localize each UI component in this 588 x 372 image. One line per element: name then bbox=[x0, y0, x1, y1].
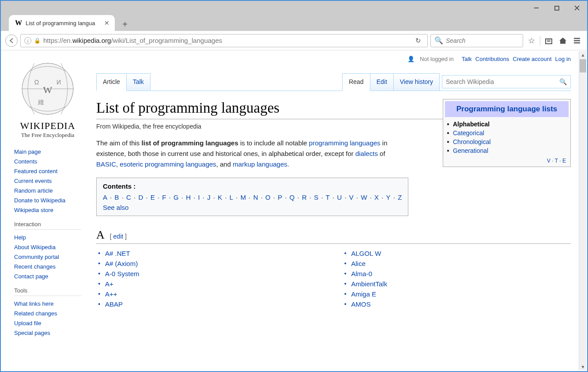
nav-link[interactable]: Categorical bbox=[453, 129, 484, 137]
toc-letter[interactable]: Q bbox=[290, 194, 295, 201]
top-link[interactable]: Contributions bbox=[475, 56, 509, 62]
toc-letter[interactable]: O bbox=[265, 194, 271, 201]
toc-letter[interactable]: H bbox=[186, 194, 191, 201]
nav-link[interactable]: A++ bbox=[105, 290, 117, 298]
toc-letter[interactable]: B bbox=[115, 194, 119, 201]
nav-link[interactable]: AmbientTalk bbox=[351, 280, 388, 288]
browser-search-box[interactable]: 🔍 bbox=[430, 34, 523, 47]
nav-link[interactable]: Generational bbox=[453, 147, 488, 154]
toc-letter[interactable]: L bbox=[230, 194, 233, 201]
nav-link[interactable]: Amiga E bbox=[351, 290, 377, 298]
nav-link[interactable]: Help bbox=[14, 234, 26, 241]
nav-link[interactable]: Main page bbox=[14, 148, 41, 155]
minimize-button[interactable] bbox=[526, 1, 547, 15]
toc-letter[interactable]: J bbox=[207, 194, 211, 201]
nav-link[interactable]: AMOS bbox=[351, 300, 371, 308]
toc-letter[interactable]: U bbox=[337, 194, 342, 201]
tab-talk[interactable]: Talk bbox=[126, 73, 151, 91]
toc-letter[interactable]: Y bbox=[386, 194, 391, 201]
info-box-title[interactable]: Programming language lists bbox=[445, 101, 569, 117]
top-link[interactable]: Log in bbox=[555, 56, 571, 62]
nav-link[interactable]: Community portal bbox=[14, 254, 59, 260]
toc-letter[interactable]: W bbox=[361, 194, 367, 201]
nav-link[interactable]: A+ bbox=[105, 280, 113, 288]
toc-letter[interactable]: M bbox=[241, 194, 246, 201]
reload-button[interactable]: ↻ bbox=[413, 37, 424, 45]
home-icon[interactable] bbox=[557, 35, 569, 46]
maximize-button[interactable] bbox=[547, 1, 567, 15]
vte-v[interactable]: V bbox=[547, 158, 550, 164]
browser-tab[interactable]: W List of programming langua ✕ bbox=[9, 15, 115, 31]
search-icon[interactable]: 🔍 bbox=[558, 78, 569, 85]
nav-link[interactable]: Contact page bbox=[14, 273, 48, 280]
browser-search-input[interactable] bbox=[446, 37, 519, 44]
nav-link[interactable]: Alice bbox=[351, 260, 366, 267]
link-programming-languages[interactable]: programming languages bbox=[309, 139, 381, 147]
url-bar[interactable]: i 🔒 https://en.wikipedia.org/wiki/List_o… bbox=[20, 34, 428, 47]
menu-icon[interactable] bbox=[571, 35, 583, 46]
top-link[interactable]: Create account bbox=[513, 56, 551, 62]
toc-letter[interactable]: N bbox=[253, 194, 258, 201]
nav-link[interactable]: Current events bbox=[14, 178, 52, 184]
nav-link[interactable]: Contents bbox=[14, 158, 37, 165]
nav-link[interactable]: Recent changes bbox=[14, 263, 56, 270]
nav-link[interactable]: About Wikipedia bbox=[14, 244, 56, 251]
nav-link[interactable]: Featured content bbox=[14, 168, 57, 175]
scrollbar[interactable]: ▲ ▼ bbox=[579, 51, 586, 370]
scroll-down-arrow[interactable]: ▼ bbox=[580, 363, 586, 370]
vte-t[interactable]: T bbox=[555, 158, 558, 164]
wiki-search-box[interactable]: 🔍 bbox=[442, 75, 571, 88]
vte-e[interactable]: E bbox=[562, 158, 566, 164]
toc-letter[interactable]: R bbox=[302, 194, 307, 201]
toc-letter[interactable]: V bbox=[349, 194, 354, 201]
tab-history[interactable]: View history bbox=[393, 73, 440, 91]
link-basic[interactable]: BASIC bbox=[96, 160, 116, 168]
close-window-button[interactable] bbox=[567, 1, 587, 15]
info-icon[interactable]: i bbox=[24, 37, 31, 44]
nav-link[interactable]: A# (Axiom) bbox=[105, 260, 138, 267]
toc-letter[interactable]: C bbox=[126, 194, 131, 201]
scroll-thumb[interactable] bbox=[580, 59, 586, 72]
tab-edit[interactable]: Edit bbox=[370, 73, 394, 91]
toc-letter[interactable]: E bbox=[151, 194, 155, 201]
close-tab-button[interactable]: ✕ bbox=[103, 19, 110, 27]
toc-letter[interactable]: P bbox=[278, 194, 282, 201]
top-link[interactable]: Talk bbox=[462, 56, 472, 62]
toc-letter[interactable]: X bbox=[374, 194, 379, 201]
tab-article[interactable]: Article bbox=[96, 73, 127, 91]
toc-letter[interactable]: T bbox=[326, 194, 330, 201]
nav-link[interactable]: Special pages bbox=[14, 330, 50, 336]
nav-link[interactable]: Upload file bbox=[14, 320, 41, 326]
link-dialects[interactable]: dialects bbox=[355, 150, 378, 157]
nav-link[interactable]: What links here bbox=[14, 300, 54, 307]
nav-link[interactable]: Donate to Wikipedia bbox=[14, 197, 65, 204]
nav-link[interactable]: Alphabetical bbox=[453, 121, 490, 128]
nav-link[interactable]: ABAP bbox=[105, 300, 123, 308]
toc-letter[interactable]: G bbox=[173, 194, 179, 201]
toc-letter[interactable]: Z bbox=[398, 194, 402, 201]
link-esoteric[interactable]: esoteric programming languages bbox=[120, 160, 216, 168]
toc-letter[interactable]: S bbox=[314, 194, 318, 201]
nav-link[interactable]: ALGOL W bbox=[351, 250, 381, 257]
back-button[interactable] bbox=[5, 34, 18, 47]
library-icon[interactable] bbox=[543, 35, 554, 46]
tab-read[interactable]: Read bbox=[342, 73, 370, 91]
nav-link[interactable]: A# .NET bbox=[105, 250, 130, 257]
nav-link[interactable]: Related changes bbox=[14, 310, 57, 317]
wiki-search-input[interactable] bbox=[446, 78, 558, 85]
nav-link[interactable]: Alma-0 bbox=[351, 270, 373, 277]
toc-see-also[interactable]: See also bbox=[103, 204, 128, 211]
wikipedia-logo[interactable]: WΩИ維 WIKIPEDIA The Free Encyclopedia bbox=[14, 60, 81, 139]
nav-link[interactable]: Wikipedia store bbox=[14, 207, 53, 213]
scroll-up-arrow[interactable]: ▲ bbox=[580, 51, 586, 58]
toc-letter[interactable]: K bbox=[218, 194, 222, 201]
new-tab-button[interactable]: + bbox=[118, 18, 132, 31]
nav-link[interactable]: Random article bbox=[14, 187, 53, 194]
nav-link[interactable]: A-0 System bbox=[105, 270, 139, 277]
toc-letter[interactable]: A bbox=[103, 194, 107, 201]
edit-section-link[interactable]: edit bbox=[113, 233, 124, 240]
bookmark-star-icon[interactable]: ☆ bbox=[526, 35, 537, 46]
link-markup[interactable]: markup languages bbox=[233, 160, 287, 168]
toc-letter[interactable]: D bbox=[138, 194, 143, 201]
nav-link[interactable]: Chronological bbox=[453, 138, 491, 145]
